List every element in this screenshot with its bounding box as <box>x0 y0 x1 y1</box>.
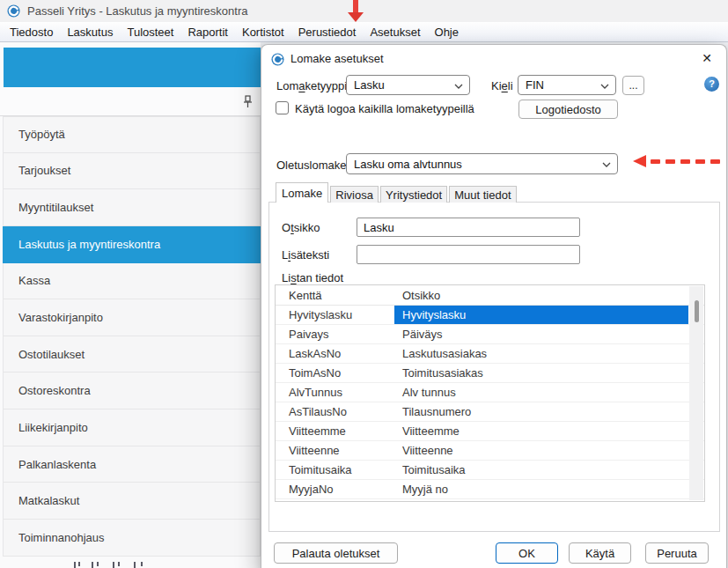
menu-item-laskutus[interactable]: Laskutus <box>60 24 120 41</box>
sidebar-item-label: Työpöytä <box>18 128 65 141</box>
lisateksti-input[interactable] <box>357 245 580 264</box>
menu-item-raportit[interactable]: Raportit <box>180 24 235 41</box>
dialog-title: Lomake asetukset <box>290 52 384 65</box>
menu-item-perustiedot[interactable]: Perustiedot <box>291 24 364 41</box>
sidebar-list: Työpöytä Tarjoukset Myyntitilaukset Lask… <box>3 116 261 557</box>
table-scrollbar-thumb[interactable] <box>695 300 699 322</box>
app-logo-icon <box>7 4 20 18</box>
oletuslomake-label: Oletuslomake <box>276 159 346 172</box>
kayta-button[interactable]: Käytä <box>569 542 631 564</box>
sidebar-banner <box>4 48 261 87</box>
table-row[interactable]: PaivaysPäiväys <box>276 325 704 344</box>
peruuta-button[interactable]: Peruuta <box>645 542 709 564</box>
ok-button[interactable]: OK <box>496 542 558 564</box>
oletuslomake-select[interactable]: Lasku oma alvtunnus <box>346 153 618 174</box>
sidebar-item-label: Myyntitilaukset <box>18 201 93 214</box>
table-row[interactable]: LaskAsNoLaskutusasiakas <box>276 344 704 364</box>
tab-riviosa[interactable]: Riviosa <box>330 186 379 203</box>
table-row[interactable]: ViitteemmeViitteemme <box>276 422 704 441</box>
sidebar-item-label: Tarjoukset <box>18 164 70 177</box>
clipped-text-fragment <box>70 562 167 568</box>
table-row[interactable]: AsTilausNoTilausnumero <box>276 402 704 422</box>
tab-muut-tiedot[interactable]: Muut tiedot <box>449 186 516 203</box>
tab-strip: Lomake Riviosa Yritystiedot Muut tiedot <box>276 182 518 203</box>
listan-tiedot-label: Listan tiedot <box>282 271 343 284</box>
chevron-down-icon <box>602 162 611 167</box>
sidebar-item-label: Palkanlaskenta <box>18 458 96 471</box>
sidebar-item-matkalaskut[interactable]: Matkalaskut <box>3 483 261 520</box>
column-header-otsikko: Otsikko <box>394 285 688 305</box>
sidebar-item-label: Kassa <box>18 274 50 287</box>
table-row[interactable]: ToimitusaikaToimitusaika <box>276 461 704 480</box>
sidebar-item-tyopoyta[interactable]: Työpöytä <box>3 116 261 153</box>
menu-item-ohje[interactable]: Ohje <box>428 24 466 41</box>
tab-lomake[interactable]: Lomake <box>276 182 328 203</box>
logo-checkbox[interactable] <box>276 101 289 114</box>
sidebar-item-laskutus-ja-myyntireskontra[interactable]: Laskutus ja myyntireskontra <box>3 226 261 263</box>
sidebar-item-ostoreskontra[interactable]: Ostoreskontra <box>3 373 261 409</box>
sidebar-item-label: Liikekirjanpito <box>18 421 88 434</box>
sidebar-item-varastokirjanpito[interactable]: Varastokirjanpito <box>3 299 261 336</box>
window-titlebar: Passeli Yritys - Laskutus ja myyntiresko… <box>0 0 728 22</box>
oletuslomake-value: Lasku oma alvtunnus <box>354 158 462 171</box>
pin-icon[interactable] <box>242 95 254 108</box>
column-header-kentta: Kenttä <box>276 289 394 302</box>
kieli-value: FIN <box>526 78 544 92</box>
otsikko-input[interactable] <box>357 218 580 237</box>
dialog-lomake-asetukset: Lomake asetukset ✕ Lomaketyyppi Lasku Ki… <box>261 44 727 568</box>
menubar: Tiedosto Laskutus Tulosteet Raportit Kor… <box>0 22 728 42</box>
menu-item-tiedosto[interactable]: Tiedosto <box>3 24 60 41</box>
otsikko-label: Otsikko <box>282 221 320 234</box>
lomaketyyppi-select[interactable]: Lasku <box>346 75 470 95</box>
sidebar-item-label: Matkalaskut <box>18 494 79 507</box>
table-row[interactable]: ToimAsNoToimitusasiakas <box>276 364 704 383</box>
sidebar-item-tarjoukset[interactable]: Tarjoukset <box>3 153 261 190</box>
listan-tiedot-table: Kenttä Otsikko HyvityslaskuHyvityslasku … <box>275 284 705 502</box>
sidebar-item-ostotilaukset[interactable]: Ostotilaukset <box>3 336 261 373</box>
tab-yritystiedot[interactable]: Yritystiedot <box>380 186 447 203</box>
menu-item-tulosteet[interactable]: Tulosteet <box>120 24 180 41</box>
chevron-down-icon <box>454 84 463 89</box>
sidebar-item-label: Laskutus ja myyntireskontra <box>18 238 160 251</box>
table-row[interactable]: HyvityslaskuHyvityslasku <box>276 306 704 325</box>
dialog-logo-icon <box>271 53 284 66</box>
table-row[interactable]: MyyjaNoMyyjä no <box>276 480 704 499</box>
close-icon[interactable]: ✕ <box>699 50 715 66</box>
table-scrollbar[interactable] <box>689 286 703 500</box>
help-icon[interactable]: ? <box>704 77 719 92</box>
menu-item-asetukset[interactable]: Asetukset <box>363 24 427 41</box>
lomaketyyppi-label: Lomaketyyppi <box>276 79 347 92</box>
window-title: Passeli Yritys - Laskutus ja myyntiresko… <box>27 4 247 18</box>
lomaketyyppi-value: Lasku <box>354 78 385 92</box>
sidebar-item-label: Ostoreskontra <box>18 384 91 397</box>
sidebar-item-label: Ostotilaukset <box>18 348 85 361</box>
palauta-oletukset-button[interactable]: Palauta oletukset <box>274 542 398 564</box>
menu-item-kortistot[interactable]: Kortistot <box>235 24 291 41</box>
kieli-more-button[interactable]: ... <box>622 76 644 95</box>
sidebar-item-myyntitilaukset[interactable]: Myyntitilaukset <box>3 189 261 226</box>
table-header-row: Kenttä Otsikko <box>276 285 704 306</box>
logo-checkbox-label: Käytä logoa kaikilla lomaketyypeillä <box>295 102 474 115</box>
logotiedosto-button[interactable]: Logotiedosto <box>518 100 618 119</box>
selected-cell[interactable]: Hyvityslasku <box>394 306 688 324</box>
sidebar-item-palkanlaskenta[interactable]: Palkanlaskenta <box>3 446 261 483</box>
tab-panel-lomake: Otsikko Lisäteksti Listan tiedot Kenttä … <box>268 202 720 532</box>
table-row[interactable]: ViitteenneViitteenne <box>276 441 704 461</box>
kieli-label: Kieli <box>491 79 513 92</box>
sidebar-item-label: Toiminnanohjaus <box>18 531 105 544</box>
sidebar-item-kassa[interactable]: Kassa <box>3 263 261 300</box>
sidebar: Työpöytä Tarjoukset Myyntitilaukset Lask… <box>0 42 261 568</box>
annotation-arrow-left-oletuslomake <box>633 155 723 168</box>
sidebar-item-liikekirjanpito[interactable]: Liikekirjanpito <box>3 409 261 446</box>
sidebar-item-toiminnanohjaus[interactable]: Toiminnanohjaus <box>3 520 261 557</box>
kieli-select[interactable]: FIN <box>518 75 616 95</box>
chevron-down-icon <box>600 84 609 89</box>
sidebar-pin-row <box>0 87 261 116</box>
sidebar-item-label: Varastokirjanpito <box>18 311 103 324</box>
lisateksti-label: Lisäteksti <box>282 248 329 262</box>
table-row[interactable]: AlvTunnusAlv tunnus <box>276 383 704 402</box>
